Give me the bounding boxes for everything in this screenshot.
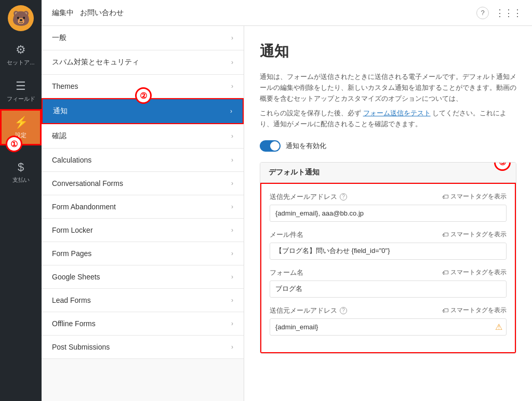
nav-item-confirmation[interactable]: 確認 › (42, 124, 244, 149)
nav-item-form-pages[interactable]: Form Pages › (42, 242, 244, 265)
notification-header-label: デフォルト通知 (269, 168, 320, 176)
sidebar: 🐻 ⚙ セットア... ☰ フィールド ⚡ 設定 ① $ 支払い (0, 0, 42, 401)
toggle-row: 通知を有効化 (260, 140, 516, 152)
notification-toggle[interactable] (260, 140, 281, 152)
from-email-input[interactable] (270, 318, 507, 336)
help-icon[interactable]: ? (340, 307, 347, 314)
field-row-from-email: 送信元メールアドレス ? 🏷 スマートタグを表示 ⚠ (270, 306, 507, 336)
tag-icon: 🏷 (442, 307, 448, 314)
nav-item-offline-forms[interactable]: Offline Forms › (42, 312, 244, 336)
chevron-right-icon: › (231, 180, 233, 187)
chevron-right-icon: › (231, 343, 233, 351)
nav-label: Form Locker (52, 226, 93, 234)
label-text: 送信先メールアドレス (270, 192, 337, 202)
chevron-right-icon: › (231, 156, 233, 164)
nav-label: Themes (52, 82, 78, 90)
smart-tag-label: スマートタグを表示 (450, 306, 507, 315)
nav-label: Form Abandonment (52, 203, 116, 211)
warning-icon: ⚠ (495, 322, 502, 332)
grid-icon[interactable]: ⋮⋮⋮ (495, 7, 522, 19)
bear-logo-icon: 🐻 (8, 5, 34, 31)
nav-item-post-submissions[interactable]: Post Submissions › (42, 336, 244, 359)
sidebar-item-payments[interactable]: $ 支払い (0, 154, 42, 190)
chevron-right-icon: › (231, 320, 233, 327)
label-text: 送信元メールアドレス (270, 306, 337, 315)
sidebar-item-setup[interactable]: ⚙ セットア... (0, 36, 42, 73)
chevron-right-icon: › (231, 297, 233, 304)
panel-title: 通知 (260, 42, 516, 61)
nav-label: 通知 (53, 106, 68, 116)
nav-label: Google Sheets (52, 273, 100, 281)
field-row-form-name: フォーム名 🏷 スマートタグを表示 (270, 268, 507, 298)
help-icon[interactable]: ? (476, 7, 489, 19)
form-name-title: お問い合わせ (80, 8, 124, 17)
label-text: メール件名 (270, 230, 303, 239)
toggle-label: 通知を有効化 (286, 141, 326, 151)
label-text: フォーム名 (270, 268, 303, 277)
to-email-input[interactable] (270, 205, 507, 222)
chevron-right-icon: › (231, 59, 233, 66)
nav-item-lead-forms[interactable]: Lead Forms › (42, 289, 244, 312)
form-name-input[interactable] (270, 280, 507, 298)
sidebar-item-label: フィールド (7, 95, 35, 103)
tag-icon: 🏷 (442, 193, 448, 200)
nav-label: Lead Forms (52, 296, 91, 304)
nav-item-calculations[interactable]: Calculations › (42, 149, 244, 172)
test-link[interactable]: フォーム送信をテスト (363, 109, 431, 117)
notification-card: デフォルト通知 ③ 送信先メールアドレス ? 🏷 (260, 162, 516, 354)
field-label-row: フォーム名 🏷 スマートタグを表示 (270, 268, 507, 277)
chevron-right-icon: › (231, 273, 233, 280)
field-label-from-email: 送信元メールアドレス ? (270, 306, 347, 315)
help-icon[interactable]: ? (340, 193, 347, 200)
sidebar-item-label: 支払い (12, 176, 30, 184)
nav-item-general[interactable]: 一般 › (42, 26, 244, 50)
chevron-right-icon: › (231, 226, 233, 234)
smart-tag-link-from-email[interactable]: 🏷 スマートタグを表示 (442, 306, 507, 315)
field-label-to-email: 送信先メールアドレス ? (270, 192, 347, 202)
smart-tag-label: スマートタグを表示 (450, 192, 507, 201)
chevron-right-icon: › (231, 83, 233, 90)
settings-icon: ⚡ (14, 116, 28, 129)
tag-icon: 🏷 (442, 231, 448, 238)
nav-label: Post Submissions (52, 343, 110, 351)
nav-label: スパム対策とセキュリティ (52, 58, 139, 67)
payment-icon: $ (18, 161, 24, 174)
nav-item-google-sheets[interactable]: Google Sheets › (42, 265, 244, 289)
annotation-1: ① (6, 136, 22, 152)
page-title: 編集中 お問い合わせ (52, 8, 124, 18)
nav-label: Form Pages (52, 249, 91, 258)
gear-icon: ⚙ (16, 43, 26, 57)
nav-item-form-abandonment[interactable]: Form Abandonment › (42, 195, 244, 219)
smart-tag-link-form-name[interactable]: 🏷 スマートタグを表示 (442, 268, 507, 277)
nav-item-conv-forms[interactable]: Conversational Forms › (42, 172, 244, 195)
top-bar-actions: ? ⋮⋮⋮ (476, 7, 522, 19)
nav-label: Offline Forms (52, 319, 96, 328)
left-nav: ② 一般 › スパム対策とセキュリティ › Themes › 通知 › 確認 › (42, 26, 244, 401)
notification-card-header: デフォルト通知 (260, 163, 516, 183)
field-label-form-name: フォーム名 (270, 268, 303, 277)
field-row-to-email: 送信先メールアドレス ? 🏷 スマートタグを表示 (270, 192, 507, 222)
field-row-subject: メール件名 🏷 スマートタグを表示 (270, 230, 507, 260)
smart-tag-label: スマートタグを表示 (450, 230, 507, 239)
smart-tag-link-to-email[interactable]: 🏷 スマートタグを表示 (442, 192, 507, 201)
notification-card-body: 送信先メールアドレス ? 🏷 スマートタグを表示 (260, 183, 516, 353)
sidebar-item-label: セットア... (7, 59, 34, 66)
right-panel: 通知 通知は、フォームが送信されたときに送信される電子メールです。デフォルト通知… (244, 26, 532, 401)
desc-text-1: 通知は、フォームが送信されたときに送信される電子メールです。デフォルト通知メール… (260, 73, 516, 102)
sidebar-item-settings[interactable]: ⚡ 設定 ① (0, 109, 42, 145)
nav-item-form-locker[interactable]: Form Locker › (42, 219, 244, 242)
nav-item-spam[interactable]: スパム対策とセキュリティ › (42, 50, 244, 75)
nav-label: Calculations (52, 156, 91, 164)
smart-tag-link-subject[interactable]: 🏷 スマートタグを表示 (442, 230, 507, 239)
chevron-right-icon: › (231, 203, 233, 210)
sidebar-item-fields[interactable]: ☰ フィールド (0, 73, 42, 109)
chevron-right-icon: › (231, 132, 233, 140)
from-email-input-wrapper: ⚠ (270, 318, 507, 336)
panel-description-2: これらの設定を保存した後、必ず フォーム送信をテスト してください。これにより、… (260, 108, 516, 130)
field-label-row: 送信元メールアドレス ? 🏷 スマートタグを表示 (270, 306, 507, 315)
nav-label: 確認 (52, 131, 66, 141)
nav-label: Conversational Forms (52, 179, 123, 188)
field-label-row: 送信先メールアドレス ? 🏷 スマートタグを表示 (270, 192, 507, 202)
field-label-subject: メール件名 (270, 230, 303, 239)
subject-input[interactable] (270, 243, 507, 260)
